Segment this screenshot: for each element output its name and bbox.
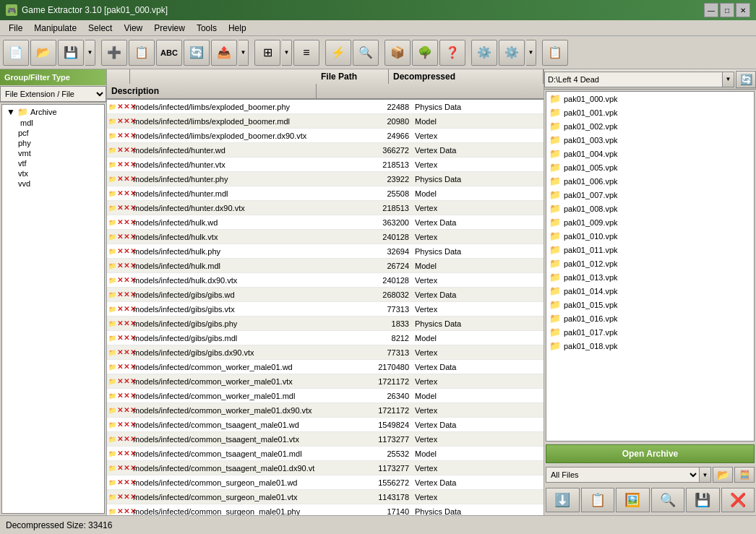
save-dropdown[interactable]: ▼ [85,40,95,66]
open-archive-button[interactable]: Open Archive [546,444,755,463]
action-icon-1[interactable]: ✕ [117,204,123,212]
action-icon-1[interactable]: ✕ [117,334,123,343]
tree-area[interactable]: ▼ 📁 Archive mdl pcf phy [1,104,105,514]
tree-item-archive[interactable]: ▼ 📁 Archive [5,106,101,118]
vpk-list-item[interactable]: 📁pak01_012.vpk [546,257,754,270]
table-row[interactable]: 📁 ✕ ✕ ✕ models/infected/common_tsaagent_… [107,432,544,447]
table-row[interactable]: 📁 ✕ ✕ ✕ models/infected/hulk.dx90.vtx 24… [107,273,544,288]
action-icon-1[interactable]: ✕ [117,363,123,371]
action-icon-1[interactable]: ✕ [117,449,123,458]
vpk-list-item[interactable]: 📁pak01_006.vpk [546,174,754,188]
preview-button[interactable]: 🖼️ [616,488,650,512]
convert-button[interactable]: 🔄 [184,40,210,66]
action-icon-1[interactable]: ✕ [117,175,123,184]
maximize-button[interactable]: □ [720,3,734,17]
vpk-list-item[interactable]: 📁pak01_011.vpk [546,243,754,257]
menu-tools[interactable]: Tools [191,22,223,35]
vpk-list-item[interactable]: 📁pak01_001.vpk [546,105,754,119]
clipboard-button[interactable]: 📋 [542,40,568,66]
action-icon-2[interactable]: ✕ [124,103,129,111]
columns-button[interactable]: ≡ [293,40,319,66]
vpk-list-item[interactable]: 📁pak01_000.vpk [546,92,754,105]
table-row[interactable]: 📁 ✕ ✕ ✕ models/infected/common_surgeon_m… [107,504,544,515]
table-row[interactable]: 📁 ✕ ✕ ✕ models/infected/common_surgeon_m… [107,490,544,504]
table-row[interactable]: 📁 ✕ ✕ ✕ models/infected/hunter.mdl 25508… [107,186,544,201]
add-button[interactable]: ➕ [101,40,127,66]
table-row[interactable]: 📁 ✕ ✕ ✕ models/infected/gibs/gibs.wd 268… [107,288,544,302]
tree-item-vvd[interactable]: vvd [17,178,101,189]
vpk-list-item[interactable]: 📁pak01_003.vpk [546,133,754,147]
action-icon-2[interactable]: ✕ [124,435,129,444]
grid-view-button[interactable]: ⊞ [254,40,280,66]
action-icon-1[interactable]: ✕ [117,319,123,328]
action-icon-2[interactable]: ✕ [124,262,129,270]
action-icon-2[interactable]: ✕ [124,247,129,256]
vpk-list-item[interactable]: 📁pak01_010.vpk [546,229,754,243]
menu-help[interactable]: Help [223,22,252,35]
tree-item-vtx[interactable]: vtx [17,168,101,178]
settings-button-1[interactable]: ⚙️ [471,40,497,66]
action-icon-1[interactable]: ✕ [117,507,123,516]
action-icon-2[interactable]: ✕ [124,276,129,285]
vpk-list-item[interactable]: 📁pak01_002.vpk [546,119,754,133]
help-button[interactable]: ❓ [439,40,465,66]
file-table-body[interactable]: 📁 ✕ ✕ ✕ models/infected/limbs/exploded_b… [107,100,544,515]
action-icon-1[interactable]: ✕ [117,132,123,140]
vpk-list-item[interactable]: 📁pak01_018.vpk [546,339,754,353]
table-row[interactable]: 📁 ✕ ✕ ✕ models/infected/limbs/exploded_b… [107,129,544,143]
action-icon-1[interactable]: ✕ [117,218,123,227]
action-icon-2[interactable]: ✕ [124,392,129,400]
action-icon-1[interactable]: ✕ [117,189,123,198]
action-icon-1[interactable]: ✕ [117,421,123,429]
vpk-list-item[interactable]: 📁pak01_014.vpk [546,284,754,298]
action-icon-1[interactable]: ✕ [117,146,123,155]
save-files-button[interactable]: 💾 [686,488,720,512]
table-row[interactable]: 📁 ✕ ✕ ✕ models/infected/common_surgeon_m… [107,475,544,490]
table-row[interactable]: 📁 ✕ ✕ ✕ models/infected/limbs/exploded_b… [107,100,544,114]
action-icon-1[interactable]: ✕ [117,233,123,241]
action-icon-2[interactable]: ✕ [124,117,129,126]
table-row[interactable]: 📁 ✕ ✕ ✕ models/infected/common_worker_ma… [107,389,544,403]
action-icon-1[interactable]: ✕ [117,435,123,444]
settings-dropdown[interactable]: ▼ [526,40,536,66]
action-icon-1[interactable]: ✕ [117,493,123,501]
action-icon-2[interactable]: ✕ [124,189,129,198]
table-row[interactable]: 📁 ✕ ✕ ✕ models/infected/hunter.vtx 21851… [107,158,544,172]
action-icon-1[interactable]: ✕ [117,478,123,487]
run-button[interactable]: ⚡ [325,40,351,66]
action-icon-1[interactable]: ✕ [117,392,123,400]
action-icon-2[interactable]: ✕ [124,319,129,328]
action-icon-2[interactable]: ✕ [124,132,129,140]
action-icon-1[interactable]: ✕ [117,262,123,270]
table-row[interactable]: 📁 ✕ ✕ ✕ models/infected/limbs/exploded_b… [107,114,544,129]
table-row[interactable]: 📁 ✕ ✕ ✕ models/infected/hulk.wd 363200 V… [107,215,544,230]
action-icon-1[interactable]: ✕ [117,406,123,415]
file-filter-select[interactable]: All Files [546,467,700,483]
table-row[interactable]: 📁 ✕ ✕ ✕ models/infected/hulk.vtx 240128 … [107,230,544,244]
table-row[interactable]: 📁 ✕ ✕ ✕ models/infected/gibs/gibs.mdl 82… [107,331,544,345]
header-decompressed[interactable]: Decompressed [389,69,544,84]
action-icon-2[interactable]: ✕ [124,218,129,227]
table-row[interactable]: 📁 ✕ ✕ ✕ models/infected/hulk.phy 32694 P… [107,244,544,259]
table-row[interactable]: 📁 ✕ ✕ ✕ models/infected/hulk.mdl 26724 M… [107,259,544,273]
action-icon-2[interactable]: ✕ [124,233,129,241]
grid-dropdown[interactable]: ▼ [282,40,292,66]
extract-all-button[interactable]: 📋 [581,488,615,512]
rename-button[interactable]: ABC [156,40,182,66]
action-icon-1[interactable]: ✕ [117,117,123,126]
action-icon-2[interactable]: ✕ [124,160,129,169]
vpk-file-list[interactable]: 📁pak01_000.vpk📁pak01_001.vpk📁pak01_002.v… [546,91,755,442]
table-row[interactable]: 📁 ✕ ✕ ✕ models/infected/gibs/gibs.dx90.v… [107,345,544,360]
save-button[interactable]: 💾 [58,40,84,66]
table-row[interactable]: 📁 ✕ ✕ ✕ models/infected/common_tsaagent_… [107,447,544,461]
table-row[interactable]: 📁 ✕ ✕ ✕ models/infected/hunter.wd 366272… [107,143,544,158]
header-filepath[interactable]: File Path [317,69,389,84]
action-icon-2[interactable]: ✕ [124,421,129,429]
action-icon-2[interactable]: ✕ [124,493,129,501]
menu-file[interactable]: File [3,22,28,35]
vpk-list-item[interactable]: 📁pak01_009.vpk [546,215,754,229]
tree-item-mdl[interactable]: mdl [17,118,101,128]
action-icon-2[interactable]: ✕ [124,204,129,212]
action-icon-1[interactable]: ✕ [117,160,123,169]
archive-button[interactable]: 📦 [385,40,411,66]
